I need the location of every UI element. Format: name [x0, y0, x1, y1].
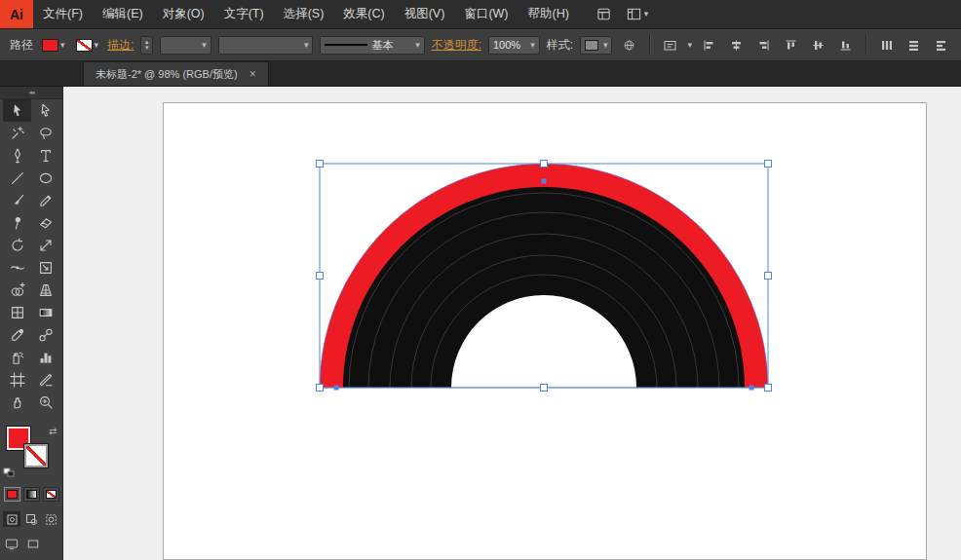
- tool-mesh[interactable]: [3, 301, 31, 323]
- tool-perspective-grid[interactable]: [31, 279, 59, 301]
- globe-icon[interactable]: [619, 36, 639, 55]
- chevron-down-icon[interactable]: ▾: [687, 41, 692, 50]
- workspace-switcher[interactable]: ▾: [627, 7, 649, 21]
- selection-handle[interactable]: [317, 385, 324, 392]
- tool-grid: [3, 99, 59, 413]
- distribute-vertical-icon[interactable]: [903, 36, 924, 55]
- draw-inside-icon[interactable]: [42, 511, 59, 527]
- none-button[interactable]: [43, 487, 59, 502]
- tool-blend[interactable]: [31, 323, 59, 346]
- workspace-icon: [627, 7, 641, 21]
- draw-behind-icon[interactable]: [22, 511, 40, 527]
- tool-pen[interactable]: [3, 144, 31, 167]
- menu-object[interactable]: 对象(O): [153, 0, 214, 28]
- tool-direct-selection[interactable]: [31, 99, 59, 122]
- default-colors-icon[interactable]: [3, 465, 16, 482]
- selection-handle[interactable]: [541, 385, 548, 392]
- panel-collapse-button[interactable]: ◂◂: [0, 87, 62, 99]
- draw-normal-icon[interactable]: [3, 511, 20, 527]
- tool-column-graph[interactable]: [31, 346, 59, 368]
- tool-paintbrush[interactable]: [3, 189, 31, 211]
- app-icon[interactable]: [596, 7, 611, 21]
- tool-zoom[interactable]: [31, 391, 59, 413]
- anchor-point[interactable]: [750, 386, 754, 391]
- anchor-point[interactable]: [334, 386, 339, 391]
- gradient-button[interactable]: [23, 487, 40, 502]
- menu-bar-icons: ▾: [596, 0, 649, 28]
- stroke-weight-select[interactable]: ▾: [160, 36, 211, 55]
- tools-panel: ◂◂: [0, 87, 63, 560]
- tool-width[interactable]: [3, 256, 31, 279]
- swap-fill-stroke-icon[interactable]: ⇄: [49, 426, 57, 436]
- menu-help[interactable]: 帮助(H): [519, 0, 579, 28]
- tool-lasso[interactable]: [31, 122, 59, 144]
- app-logo[interactable]: Ai: [0, 0, 33, 28]
- stroke-weight-link[interactable]: 描边:: [107, 37, 134, 54]
- align-center-horizontal-icon[interactable]: [726, 36, 747, 55]
- align-bottom-icon[interactable]: [835, 36, 856, 55]
- distribute-spacing-icon[interactable]: [931, 36, 951, 55]
- artwork-layer[interactable]: [63, 87, 961, 560]
- align-left-icon[interactable]: [699, 36, 719, 55]
- tool-eraser[interactable]: [31, 211, 59, 234]
- tool-shape-builder[interactable]: [3, 279, 31, 301]
- tool-slice[interactable]: [31, 368, 59, 391]
- tool-artboard[interactable]: [3, 368, 31, 391]
- menu-file[interactable]: 文件(F): [33, 0, 93, 28]
- screen-mode-alt-icon[interactable]: [26, 537, 40, 554]
- chevron-down-icon: ▾: [202, 41, 207, 50]
- stroke-color-box[interactable]: [24, 444, 48, 467]
- align-middle-icon[interactable]: [808, 36, 828, 55]
- tab-close-icon[interactable]: ×: [250, 67, 256, 81]
- menu-view[interactable]: 视图(V): [395, 0, 455, 28]
- align-top-icon[interactable]: [781, 36, 801, 55]
- selection-handle[interactable]: [541, 161, 548, 168]
- tool-ellipse[interactable]: [31, 167, 59, 189]
- tool-gradient[interactable]: [31, 301, 59, 323]
- anchor-point[interactable]: [542, 179, 547, 184]
- tool-eyedropper[interactable]: [3, 323, 31, 346]
- tool-magic-wand[interactable]: [3, 122, 31, 144]
- opacity-value: 100%: [493, 39, 520, 51]
- brush-definition-select[interactable]: 基本 ▾: [320, 36, 424, 55]
- screen-mode-icon[interactable]: [5, 537, 19, 554]
- document-tab[interactable]: 未标题-2* @ 98% (RGB/预览) ×: [83, 61, 269, 86]
- selection-handle[interactable]: [317, 273, 324, 280]
- divider: [865, 34, 866, 56]
- align-panel-icon[interactable]: [660, 36, 680, 55]
- selection-handle[interactable]: [765, 161, 772, 168]
- tool-line-segment[interactable]: [3, 167, 31, 189]
- opacity-select[interactable]: 100% ▾: [488, 36, 540, 55]
- stroke-weight-stepper[interactable]: ▲▼: [140, 36, 153, 55]
- fill-color-picker[interactable]: ▾: [40, 38, 67, 53]
- illustrator-window: Ai 文件(F) 编辑(E) 对象(O) 文字(T) 选择(S) 效果(C) 视…: [0, 0, 961, 560]
- style-swatch-select[interactable]: ▾: [580, 36, 612, 55]
- style-label: 样式:: [547, 37, 573, 54]
- menu-select[interactable]: 选择(S): [274, 0, 334, 28]
- selection-handle[interactable]: [765, 385, 772, 392]
- chevron-down-icon: ▾: [603, 41, 608, 50]
- variable-width-profile-select[interactable]: ▾: [218, 36, 314, 55]
- opacity-link[interactable]: 不透明度:: [432, 37, 481, 54]
- tool-free-transform[interactable]: [31, 256, 59, 279]
- menu-effect[interactable]: 效果(C): [333, 0, 394, 28]
- selection-handle[interactable]: [765, 273, 772, 280]
- tool-scale[interactable]: [31, 234, 59, 256]
- canvas-area[interactable]: [63, 87, 961, 560]
- tool-selection[interactable]: [3, 99, 31, 122]
- stroke-color-picker[interactable]: ▾: [74, 38, 101, 53]
- tool-rotate[interactable]: [3, 234, 31, 256]
- menu-edit[interactable]: 编辑(E): [93, 0, 153, 28]
- menu-window[interactable]: 窗口(W): [454, 0, 518, 28]
- tool-hand[interactable]: [3, 391, 31, 413]
- menu-type[interactable]: 文字(T): [214, 0, 274, 28]
- tool-symbol-sprayer[interactable]: [3, 346, 31, 368]
- tool-type[interactable]: [31, 144, 59, 167]
- distribute-horizontal-icon[interactable]: [876, 36, 897, 55]
- selection-handle[interactable]: [317, 161, 324, 168]
- tool-pencil[interactable]: [31, 189, 59, 211]
- align-right-icon[interactable]: [753, 36, 774, 55]
- tool-blob-brush[interactable]: [3, 211, 31, 234]
- selected-artwork[interactable]: [320, 164, 768, 388]
- color-button[interactable]: [4, 487, 20, 502]
